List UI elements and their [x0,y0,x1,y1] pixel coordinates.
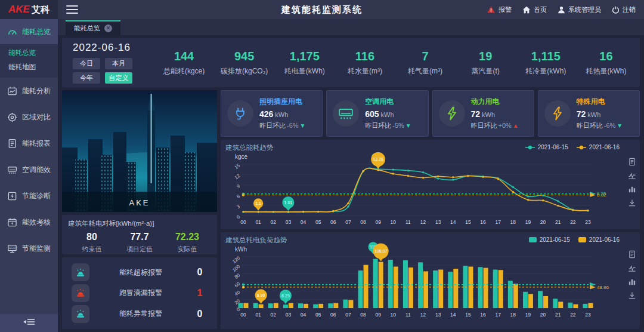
stat-value: 116 [335,50,395,63]
stat-item-3: 116耗水量(m³) [335,50,395,76]
logo-text-cn: 艾科 [32,4,49,16]
sidebar-subitem-label: 能耗总览 [8,48,36,57]
line-switch-icon[interactable] [628,264,636,272]
city-brand-label: AKE [62,198,217,207]
user-icon [558,6,565,14]
stat-label: 耗电量(kWh) [274,66,335,76]
svg-text:48.96: 48.96 [597,285,609,290]
alarm-button[interactable]: 报警 [487,5,512,14]
svg-text:09: 09 [375,219,381,225]
svg-text:14: 14 [450,312,456,318]
data-view-icon[interactable] [628,250,636,259]
home-icon [522,6,531,14]
trend-label: 昨日环比 [259,122,286,129]
date-filter-block: 2022-06-16 今日本月今年自定义 [66,42,154,84]
alarm-label: 能耗异常报警 [89,309,192,319]
stat-label: 耗水量(m³) [335,66,395,76]
alarm-row-0[interactable]: 能耗超标报警0 [72,263,208,281]
usage-card-title: 空调用电 [365,97,411,107]
svg-text:60: 60 [234,281,242,288]
svg-text:06: 06 [330,312,336,318]
svg-text:00: 00 [240,219,246,225]
bolt-icon [544,100,571,127]
date-filter-1[interactable]: 本月 [105,58,132,69]
svg-text:15: 15 [465,219,471,225]
svg-text:06: 06 [330,219,336,225]
bar-switch-icon[interactable] [628,185,636,193]
line-chart-plot: 0369121500010203040506070809101112131415… [225,161,616,229]
siren-icon [72,305,89,323]
bar-switch-icon[interactable] [628,278,636,286]
download-icon[interactable] [628,291,636,300]
sidebar-item-1[interactable]: 能耗分析 [0,78,58,104]
svg-text:100: 100 [231,263,241,273]
sidebar-subitem-0[interactable]: 能耗总览 [0,45,58,60]
alarm-row-2[interactable]: 能耗异常报警0 [72,305,208,323]
alarm-count: 0 [192,267,208,278]
home-button[interactable]: 首页 [522,5,547,14]
date-filter-2[interactable]: 今年 [73,72,100,84]
trend-percent: -5% [392,122,404,129]
stat-value: 19 [456,50,516,63]
usage-card-2[interactable]: 动力用电72kWh昨日环比+0%▲ [432,90,534,137]
stat-item-6: 1,115耗冷量(kWh) [516,50,576,76]
line-chart-panel: 建筑总能耗趋势 2021-06-152021-06-16 kgce 036912… [221,140,640,229]
date-filter-3[interactable]: 自定义 [105,72,132,84]
sidebar-item-7[interactable]: ECO节能监测 [0,235,58,262]
svg-text:6.02: 6.02 [597,192,606,198]
svg-text:108.07: 108.07 [374,249,388,253]
sidebar-item-3[interactable]: 能耗报表 [0,130,58,156]
sidebar-item-4[interactable]: 空调能效 [0,156,58,183]
line-switch-icon[interactable] [628,171,636,180]
alarm-label: 报警 [499,5,512,14]
sidebar-item-5[interactable]: 节能诊断 [0,183,58,209]
current-date: 2022-06-16 [73,42,154,54]
stat-label: 碳排放(kgCO₂) [214,66,274,76]
usage-card-0[interactable]: 照明插座用电426kWh昨日环比-6%▼ [221,90,323,137]
brand-logo: AKE 艾科 [0,0,58,19]
stat-value: 7 [395,50,456,63]
menu-toggle-icon[interactable] [66,5,78,14]
legend-item-2021-06-15[interactable]: 2021-06-15 [525,144,568,150]
sidebar-item-0[interactable]: 能耗总览 [0,19,58,44]
user-menu[interactable]: 系统管理员 [558,5,601,14]
usage-card-unit: kWh [482,111,495,118]
date-filter-0[interactable]: 今日 [73,58,100,69]
usage-card-title: 特殊用电 [577,97,623,107]
svg-text:19: 19 [525,312,531,318]
svg-text:ECO: ECO [9,247,16,250]
usage-card-1[interactable]: 空调用电605kWh昨日环比-5%▼ [326,90,428,137]
svg-text:12: 12 [420,312,426,318]
stat-label: 蒸汽量(t) [456,66,516,76]
gauge-icon [7,27,17,37]
usage-card-3[interactable]: 特殊用电72kWh昨日环比-6%▼ [538,90,640,137]
collapse-sidebar-button[interactable] [0,314,58,332]
svg-text:07: 07 [345,219,351,225]
legend-label: 2021-06-16 [589,236,620,243]
usage-card-unit: kWh [381,111,394,118]
legend-item-2021-06-16[interactable]: 2021-06-16 [577,144,620,150]
download-icon[interactable] [628,199,636,207]
benchmark-label: 项目定值 [116,245,163,254]
legend-item-2021-06-15[interactable]: 2021-06-15 [529,236,570,243]
tab-close-icon[interactable]: ✕ [104,24,112,32]
legend-item-2021-06-16[interactable]: 2021-06-16 [578,236,620,243]
stat-item-1: 945碳排放(kgCO₂) [214,50,274,76]
benchmark-item-0: 80约束值 [68,232,116,254]
logout-button[interactable]: 注销 [612,5,636,14]
tab-label: 能耗总览 [74,24,100,33]
svg-text:8.99: 8.99 [257,293,265,297]
data-view-icon[interactable] [628,158,636,166]
sidebar-item-6[interactable]: 能效考核 [0,209,58,235]
stat-value: 16 [576,50,636,63]
svg-text:02: 02 [271,312,277,318]
usage-card-body: 照明插座用电426kWh昨日环比-6%▼ [259,97,305,130]
sidebar-subitem-1[interactable]: 能耗地图 [0,60,58,74]
usage-card-value: 72kWh [577,109,623,119]
alarm-row-1[interactable]: 跑冒滴漏报警1 [72,284,208,302]
alarm-label: 能耗超标报警 [89,268,192,278]
monitor-icon: ECO [7,244,17,254]
sidebar-item-2[interactable]: 区域对比 [0,104,58,130]
stat-label: 总能耗(kgce) [154,66,214,76]
tab-energy-overview[interactable]: 能耗总览 ✕ [66,20,120,35]
